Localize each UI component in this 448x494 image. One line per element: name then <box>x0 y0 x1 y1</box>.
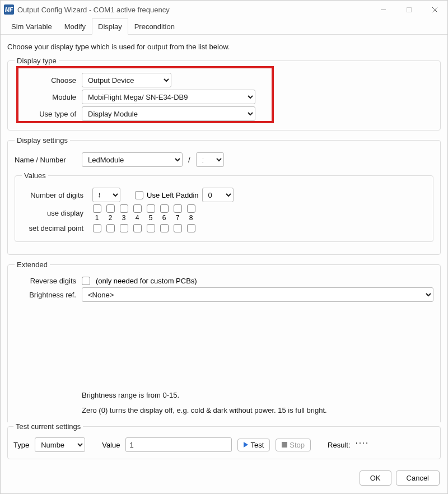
stop-button[interactable]: Stop <box>276 439 311 451</box>
left-padding-select[interactable]: 0 <box>202 188 234 202</box>
ok-button[interactable]: OK <box>360 470 391 486</box>
use-display-4[interactable] <box>133 204 142 213</box>
titlebar: MF Output Config Wizard - COM1 active fr… <box>1 1 447 18</box>
decimal-2[interactable] <box>106 224 115 232</box>
name-number-label: Name / Number <box>15 156 82 164</box>
use-display-7[interactable] <box>174 204 182 213</box>
values-legend: Values <box>22 171 48 180</box>
brightness-label: Brightness ref. <box>15 291 82 299</box>
decimal-7[interactable] <box>174 224 182 232</box>
use-display-6[interactable] <box>160 204 169 213</box>
use-type-label: Use type of <box>15 110 82 118</box>
stop-icon <box>282 442 287 448</box>
tab-sim-variable[interactable]: Sim Variable <box>5 18 58 35</box>
test-value-label: Value <box>102 441 120 449</box>
choose-label: Choose <box>15 76 82 85</box>
decimal-label: set decimal point <box>22 224 89 232</box>
cancel-button[interactable]: Cancel <box>396 470 440 486</box>
tab-display[interactable]: Display <box>92 18 128 35</box>
display-type-group: Display type Choose Output Device Module… <box>7 57 441 131</box>
test-legend: Test current settings <box>13 422 83 431</box>
number-select[interactable]: 1 <box>196 152 224 167</box>
minimize-button[interactable] <box>370 1 396 18</box>
use-display-8[interactable] <box>187 204 195 213</box>
svg-rect-1 <box>407 7 411 12</box>
values-group: Values Number of digits 8 Use Left Paddi… <box>15 171 433 242</box>
test-area: Test current settings Type Number Value … <box>1 422 447 465</box>
reverse-label: Reverse digits <box>15 277 82 285</box>
left-padding-checkbox[interactable] <box>135 191 143 199</box>
maximize-button[interactable] <box>396 1 422 18</box>
close-button[interactable] <box>422 1 447 18</box>
name-sep: / <box>183 156 196 164</box>
instruction-text: Choose your display type which is used f… <box>7 43 441 51</box>
tab-precondition[interactable]: Precondition <box>128 18 181 35</box>
result-label: Result: <box>328 441 350 449</box>
display-type-legend: Display type <box>15 57 59 65</box>
module-label: Module <box>15 93 82 101</box>
module-select[interactable]: MobiFlight Mega/ SN-E34-DB9 <box>82 90 255 104</box>
decimal-6[interactable] <box>160 224 169 232</box>
use-type-select[interactable]: Display Module <box>82 106 255 121</box>
reverse-hint: (only needed for custom PCBs) <box>96 277 197 285</box>
digits-label: Number of digits <box>22 191 89 199</box>
use-display-1[interactable] <box>93 204 101 213</box>
tab-body: Choose your display type which is used f… <box>1 35 447 422</box>
test-button[interactable]: Test <box>237 439 270 451</box>
test-type-select[interactable]: Number <box>35 437 85 452</box>
test-group: Test current settings Type Number Value … <box>7 422 441 459</box>
left-padding-label: Use Left Paddin <box>147 191 199 199</box>
use-display-3[interactable] <box>120 204 128 213</box>
display-settings-group: Display settings Name / Number LedModule… <box>7 136 441 255</box>
decimal-3[interactable] <box>120 224 128 232</box>
display-settings-legend: Display settings <box>15 136 70 145</box>
test-type-label: Type <box>13 441 29 449</box>
brightness-range-text: Brightness range is from 0-15. <box>82 390 440 402</box>
extended-group: Extended Reverse digits (only needed for… <box>7 260 441 422</box>
extended-legend: Extended <box>15 260 50 269</box>
decimal-4[interactable] <box>133 224 142 232</box>
test-value-input[interactable] <box>125 437 232 452</box>
tab-bar: Sim Variable Modify Display Precondition <box>1 18 447 35</box>
brightness-zero-text: Zero (0) turns the display off, e.g. col… <box>82 405 440 417</box>
decimal-1[interactable] <box>93 224 101 232</box>
play-icon <box>244 442 248 448</box>
reverse-checkbox[interactable] <box>82 277 90 285</box>
result-value: ' ' ' ' <box>356 441 368 449</box>
window-controls <box>370 1 447 18</box>
decimal-8[interactable] <box>187 224 195 232</box>
decimal-5[interactable] <box>147 224 155 232</box>
choose-select[interactable]: Output Device <box>82 73 171 87</box>
name-select[interactable]: LedModule <box>82 152 183 167</box>
use-display-5[interactable] <box>147 204 155 213</box>
tab-modify[interactable]: Modify <box>58 18 92 35</box>
use-display-label: use display <box>22 209 89 217</box>
app-icon: MF <box>4 4 14 15</box>
window: MF Output Config Wizard - COM1 active fr… <box>0 0 448 494</box>
brightness-select[interactable]: <None> <box>82 287 433 302</box>
dialog-buttons: OK Cancel <box>1 465 447 493</box>
window-title: Output Config Wizard - COM1 active frequ… <box>17 6 370 14</box>
digits-select[interactable]: 8 <box>92 188 120 202</box>
use-display-2[interactable] <box>106 204 115 213</box>
